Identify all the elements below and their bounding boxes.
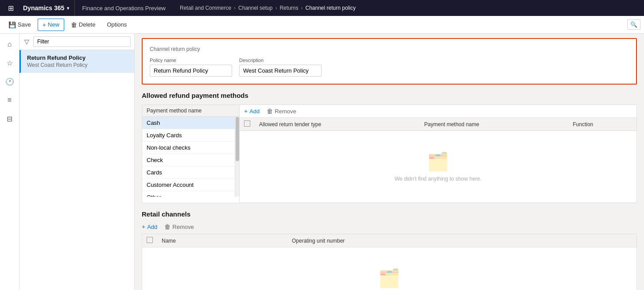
form-card-title: Channel return policy [150, 46, 629, 52]
add-icon: + [244, 108, 248, 115]
payment-empty-message: We didn't find anything to show here. [395, 176, 481, 182]
channels-remove-button[interactable]: 🗑 Remove [164, 223, 194, 230]
payment-empty-icon: 🗂️ [427, 151, 449, 172]
sidebar-icons: ⌂ ☆ 🕐 ≡ ⊟ [0, 34, 19, 290]
allowed-refund-title: Allowed refund payment methods [142, 92, 637, 99]
policy-name-input[interactable] [150, 65, 232, 77]
filter-icon[interactable]: ▽ [23, 37, 31, 46]
payment-add-label: Add [249, 108, 260, 115]
delete-label: Delete [79, 21, 96, 28]
payment-item-cash[interactable]: Cash [142, 117, 235, 129]
payment-layout: Payment method name Cash Loyalty Cards N… [142, 104, 637, 203]
sidebar-home-icon[interactable]: ⌂ [1, 35, 19, 53]
form-card: Channel return policy Policy name Descri… [142, 38, 637, 85]
payment-item-customer[interactable]: Customer Account [142, 179, 235, 191]
channels-header-unit: Operating unit number [287, 234, 636, 247]
description-field: Description [239, 58, 322, 77]
channels-table-container: Name Operating unit number 🗂️ We didn't … [142, 234, 637, 290]
form-row: Policy name Description [150, 58, 629, 77]
list-item-title: Return Refund Policy [27, 54, 128, 61]
channels-add-label: Add [147, 224, 157, 230]
channels-table: Name Operating unit number 🗂️ We didn't … [142, 234, 636, 290]
payment-table-check-col [240, 118, 255, 131]
remove-icon: 🗑 [267, 108, 273, 115]
waffle-icon[interactable]: ⊞ [4, 0, 18, 16]
breadcrumb: Retail and Commerce › Channel setup › Re… [180, 5, 356, 11]
policy-name-label: Policy name [150, 58, 232, 63]
description-input[interactable] [239, 65, 322, 77]
payment-item-check[interactable]: Check [142, 154, 235, 166]
policy-name-field: Policy name [150, 58, 232, 77]
scroll-thumb [236, 117, 239, 161]
save-icon: 💾 [8, 21, 16, 28]
payment-item-cards[interactable]: Cards [142, 166, 235, 179]
description-label: Description [239, 58, 322, 63]
payment-list-header: Payment method name [142, 105, 239, 117]
new-icon: + [43, 21, 46, 28]
list-item[interactable]: Return Refund Policy West Coast Return P… [19, 50, 134, 73]
sidebar-modules-icon[interactable]: ≡ [1, 91, 19, 109]
list-search-input[interactable] [33, 36, 131, 47]
payment-list-container: Payment method name Cash Loyalty Cards N… [142, 105, 240, 203]
payment-empty-state: 🗂️ We didn't find anything to show here. [244, 134, 632, 200]
app-chevron-icon: ▾ [67, 6, 69, 11]
payment-table-header-name: Payment method name [420, 118, 568, 131]
search-icon: 🔍 [630, 21, 637, 28]
payment-list-items: Cash Loyalty Cards Non-local checks Chec… [142, 117, 235, 197]
payment-list-scrollbar[interactable] [235, 117, 239, 197]
payment-remove-button[interactable]: 🗑 Remove [267, 108, 296, 115]
channels-remove-label: Remove [172, 224, 194, 230]
module-name: Finance and Operations Preview [74, 0, 173, 16]
main-layout: ⌂ ☆ 🕐 ≡ ⊟ ▽ Return Refund Policy West Co… [0, 34, 644, 290]
save-button[interactable]: 💾 Save [4, 19, 36, 31]
app-name[interactable]: Dynamics 365 ▾ [18, 0, 74, 16]
list-panel-toolbar: ▽ [19, 34, 134, 50]
new-button[interactable]: + New [38, 19, 64, 31]
options-button[interactable]: Options [102, 19, 132, 31]
sidebar-recent-icon[interactable]: 🕐 [1, 73, 19, 90]
payment-remove-label: Remove [275, 108, 296, 115]
payment-item-loyalty[interactable]: Loyalty Cards [142, 129, 235, 142]
top-navigation: ⊞ Dynamics 365 ▾ Finance and Operations … [0, 0, 644, 16]
list-panel: ▽ Return Refund Policy West Coast Return… [19, 34, 135, 290]
payment-list: Cash Loyalty Cards Non-local checks Chec… [142, 117, 239, 197]
payment-table: Allowed return tender type Payment metho… [240, 118, 636, 203]
breadcrumb-current: Channel return policy [305, 5, 355, 11]
retail-channels-section: Retail channels + Add 🗑 Remove [142, 210, 637, 290]
channels-header-name: Name [157, 234, 287, 247]
content-area: Channel return policy Policy name Descri… [135, 34, 644, 290]
channels-check-all[interactable] [147, 237, 153, 243]
new-label: New [48, 21, 59, 28]
channels-empty-state: 🗂️ We didn't find anything to show here. [147, 250, 632, 290]
options-label: Options [107, 21, 127, 28]
payment-right-toolbar: + Add 🗑 Remove [240, 105, 636, 118]
payment-item-nonlocal[interactable]: Non-local checks [142, 142, 235, 154]
check-all-box[interactable] [244, 120, 250, 127]
app-name-label: Dynamics 365 [23, 4, 64, 12]
save-label: Save [18, 21, 31, 28]
payment-right: + Add 🗑 Remove [240, 105, 636, 203]
delete-icon: 🗑 [71, 21, 77, 28]
breadcrumb-channel-setup[interactable]: Channel setup [238, 5, 272, 11]
payment-table-header-function: Function [568, 118, 636, 131]
breadcrumb-retail[interactable]: Retail and Commerce [180, 5, 231, 11]
allowed-refund-section: Allowed refund payment methods Payment m… [142, 92, 637, 203]
channels-add-icon: + [142, 223, 145, 230]
retail-channels-title: Retail channels [142, 210, 637, 218]
channels-add-button[interactable]: + Add [142, 223, 157, 230]
payment-add-button[interactable]: + Add [244, 108, 260, 115]
breadcrumb-returns[interactable]: Returns [279, 5, 298, 11]
toolbar-search[interactable]: 🔍 [627, 19, 640, 30]
payment-item-other[interactable]: Other [142, 191, 235, 197]
delete-button[interactable]: 🗑 Delete [66, 19, 101, 31]
channels-empty-icon: 🗂️ [378, 268, 400, 289]
sidebar-list-icon[interactable]: ⊟ [1, 110, 19, 128]
channels-toolbar: + Add 🗑 Remove [142, 223, 637, 230]
payment-table-header-tender: Allowed return tender type [255, 118, 420, 131]
list-item-subtitle: West Coast Return Policy [27, 62, 128, 68]
list-items: Return Refund Policy West Coast Return P… [19, 50, 134, 290]
channels-check-col [142, 234, 157, 247]
toolbar: 💾 Save + New 🗑 Delete Options 🔍 [0, 16, 644, 34]
sidebar-star-icon[interactable]: ☆ [1, 54, 19, 72]
channels-remove-icon: 🗑 [164, 223, 171, 230]
